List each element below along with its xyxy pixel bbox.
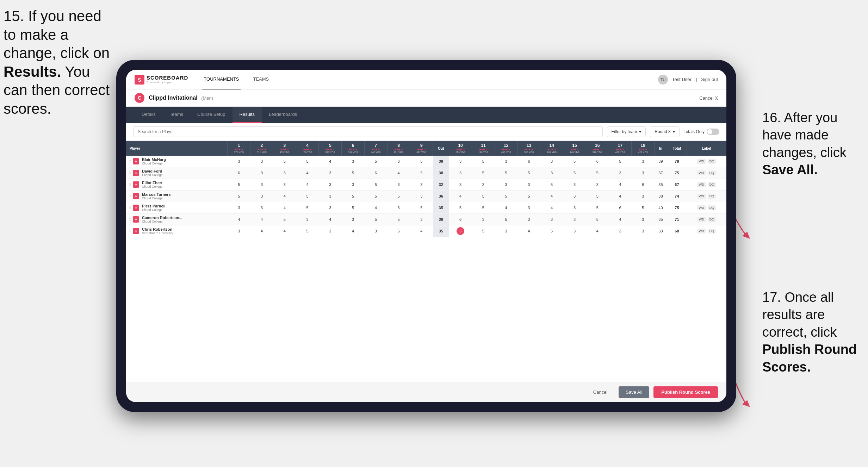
score-h4[interactable] [296, 191, 319, 202]
score-h11[interactable] [472, 225, 495, 237]
dq-button[interactable]: DQ [708, 159, 716, 164]
score-input-h16[interactable] [593, 171, 602, 175]
cancel-action-button[interactable]: Cancel [586, 386, 614, 398]
score-input-h10[interactable] [455, 171, 465, 175]
score-input-h12[interactable] [501, 206, 511, 210]
score-input-h4[interactable] [302, 217, 312, 222]
score-input-h13[interactable] [524, 217, 534, 222]
tab-teams[interactable]: Teams [163, 107, 190, 123]
score-input-h7[interactable] [371, 206, 381, 210]
score-h3[interactable] [273, 214, 296, 225]
score-h9[interactable] [410, 202, 433, 214]
score-h6[interactable] [342, 214, 365, 225]
score-h6[interactable] [342, 202, 365, 214]
score-input-h3[interactable] [280, 171, 290, 175]
score-input-h9[interactable] [416, 171, 426, 175]
dq-button[interactable]: DQ [708, 229, 716, 234]
score-h14[interactable] [540, 156, 563, 167]
score-h12[interactable] [495, 202, 517, 214]
score-input-h1[interactable] [234, 182, 244, 187]
score-input-h7[interactable] [371, 159, 381, 163]
score-input-h4[interactable] [302, 206, 312, 210]
score-input-h14[interactable] [547, 171, 557, 175]
score-input-h17[interactable] [615, 159, 625, 163]
score-h15[interactable] [563, 179, 586, 191]
score-input-h8[interactable] [394, 217, 404, 222]
score-h10[interactable] [449, 156, 472, 167]
score-input-h16[interactable] [593, 194, 602, 198]
score-h18[interactable] [632, 156, 655, 167]
score-input-h8[interactable] [394, 171, 404, 175]
score-input-h11[interactable] [478, 206, 488, 210]
score-input-h11[interactable] [478, 171, 488, 175]
score-input-h5[interactable] [325, 229, 335, 233]
score-h8[interactable] [387, 191, 410, 202]
score-h9[interactable] [410, 191, 433, 202]
drag-handle[interactable]: ⠿ [129, 160, 131, 163]
score-h8[interactable] [387, 225, 410, 237]
tab-results[interactable]: Results [232, 107, 262, 123]
score-h17[interactable] [609, 179, 632, 191]
score-h4[interactable] [296, 179, 319, 191]
score-input-h4[interactable] [302, 159, 312, 163]
score-h15[interactable] [563, 225, 586, 237]
score-h8[interactable] [387, 167, 410, 179]
score-input-h7[interactable] [371, 171, 381, 175]
score-input-h6[interactable] [348, 194, 358, 198]
score-input-h12[interactable] [501, 194, 511, 198]
score-h11[interactable] [472, 156, 495, 167]
score-input-h3[interactable] [280, 182, 290, 187]
score-h2[interactable] [250, 214, 273, 225]
score-input-h12[interactable] [501, 159, 511, 163]
tab-leaderboards[interactable]: Leaderboards [262, 107, 304, 123]
score-input-h9[interactable] [416, 159, 426, 163]
score-input-h13[interactable] [524, 182, 534, 187]
score-input-h15[interactable] [570, 182, 579, 187]
score-h9[interactable] [410, 167, 433, 179]
score-input-h11[interactable] [478, 194, 488, 198]
tournament-cancel-btn[interactable]: Cancel X [699, 95, 718, 101]
score-input-h14[interactable] [547, 159, 557, 163]
score-input-h13[interactable] [524, 206, 534, 210]
wd-button[interactable]: WD [697, 182, 706, 187]
wd-button[interactable]: WD [697, 229, 706, 234]
score-input-h2[interactable] [257, 229, 267, 233]
score-h15[interactable] [563, 156, 586, 167]
score-input-h15[interactable] [570, 171, 579, 175]
score-input-h8[interactable] [394, 159, 404, 163]
score-input-h7[interactable] [371, 194, 381, 198]
score-input-h4[interactable] [302, 229, 312, 233]
score-input-h8[interactable] [394, 229, 404, 233]
score-h18[interactable] [632, 202, 655, 214]
score-input-h17[interactable] [615, 194, 625, 198]
drag-handle[interactable]: ⠿ [129, 206, 131, 210]
score-h2[interactable] [250, 179, 273, 191]
score-h2[interactable] [250, 191, 273, 202]
filter-team-select[interactable]: Filter by team ▾ [607, 126, 646, 137]
score-input-h9[interactable] [416, 182, 426, 187]
score-h10[interactable] [449, 179, 472, 191]
score-input-h6[interactable] [348, 206, 358, 210]
score-input-h5[interactable] [325, 182, 335, 187]
score-input-h3[interactable] [280, 206, 290, 210]
score-input-h11[interactable] [478, 159, 488, 163]
score-h11[interactable] [472, 214, 495, 225]
score-input-h5[interactable] [325, 171, 335, 175]
score-h15[interactable] [563, 191, 586, 202]
score-h14[interactable] [540, 179, 563, 191]
score-h7[interactable] [364, 191, 387, 202]
score-input-h18[interactable] [638, 229, 648, 233]
score-h11[interactable] [472, 179, 495, 191]
score-h3[interactable] [273, 202, 296, 214]
score-h14[interactable] [540, 202, 563, 214]
score-input-h18[interactable] [638, 194, 648, 198]
tab-details[interactable]: Details [135, 107, 163, 123]
score-h12[interactable] [495, 225, 517, 237]
score-h17[interactable] [609, 202, 632, 214]
score-input-h4[interactable] [302, 182, 312, 187]
score-input-h2[interactable] [257, 206, 267, 210]
score-h16[interactable] [586, 202, 609, 214]
totals-toggle-switch[interactable] [707, 129, 719, 135]
score-h10[interactable] [449, 202, 472, 214]
dq-button[interactable]: DQ [708, 182, 716, 187]
